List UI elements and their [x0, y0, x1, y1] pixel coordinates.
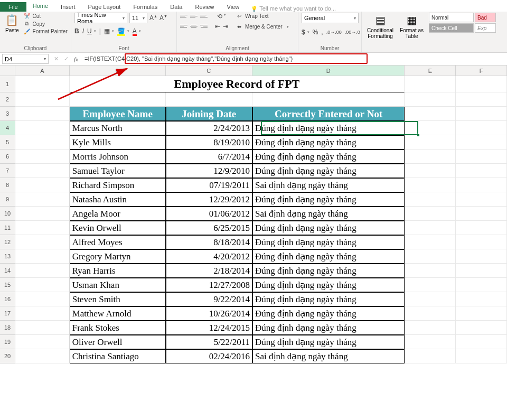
format-as-table-button[interactable]: ▦ Format as Table: [398, 13, 426, 40]
underline-button[interactable]: U: [87, 27, 92, 35]
cell-F12[interactable]: [456, 235, 507, 249]
cell-F11[interactable]: [456, 221, 507, 235]
align-top-button[interactable]: [180, 13, 187, 19]
col-header-B[interactable]: B: [70, 66, 166, 76]
tab-view[interactable]: View: [221, 2, 246, 12]
table-cell-status[interactable]: Đúng định dạng ngày tháng: [252, 221, 405, 235]
cell-E17[interactable]: [405, 306, 456, 321]
cell-E2[interactable]: [405, 92, 456, 107]
row-header-19[interactable]: 19: [0, 335, 15, 349]
cell-F8[interactable]: [456, 178, 507, 192]
paste-button[interactable]: 📋 Paste: [3, 13, 21, 34]
cell-E6[interactable]: [405, 150, 456, 164]
cell-F9[interactable]: [456, 192, 507, 207]
cell-F20[interactable]: [456, 349, 507, 363]
row-header-7[interactable]: 7: [0, 164, 15, 178]
border-button[interactable]: ▦: [104, 27, 110, 35]
row-header-14[interactable]: 14: [0, 264, 15, 278]
cell-E8[interactable]: [405, 178, 456, 192]
cell-F2[interactable]: [456, 92, 507, 107]
table-cell-status[interactable]: Đúng định dạng ngày tháng: [252, 121, 405, 135]
cell-F5[interactable]: [456, 135, 507, 150]
comma-format-button[interactable]: ,: [321, 29, 323, 36]
table-cell-status[interactable]: Đúng định dạng ngày tháng: [252, 292, 405, 306]
cell-A13[interactable]: [15, 249, 70, 264]
decrease-decimal-button[interactable]: .00→.0: [345, 30, 360, 35]
table-cell-name[interactable]: Morris Johnson: [70, 150, 166, 164]
percent-format-button[interactable]: %: [313, 29, 318, 36]
fill-color-button[interactable]: 🪣: [117, 27, 125, 35]
table-cell-name[interactable]: Angela Moor: [70, 207, 166, 221]
col-header-A[interactable]: A: [15, 66, 70, 76]
tab-page-layout[interactable]: Page Layout: [82, 2, 127, 12]
cell-A10[interactable]: [15, 207, 70, 221]
row-header-18[interactable]: 18: [0, 321, 15, 335]
table-header-name[interactable]: Employee Name: [70, 107, 166, 121]
table-cell-name[interactable]: Kyle Mills: [70, 135, 166, 150]
table-cell-date[interactable]: 8/19/2010: [166, 135, 253, 150]
cell-E1[interactable]: [405, 76, 456, 92]
cell-styles-gallery[interactable]: Normal Bad Check Cell Exp: [429, 13, 496, 33]
table-cell-status[interactable]: Đúng định dạng ngày tháng: [252, 164, 405, 178]
copy-button[interactable]: ⧉Copy: [23, 20, 68, 27]
row-header-3[interactable]: 3: [0, 107, 15, 121]
table-cell-date[interactable]: 4/20/2012: [166, 249, 253, 264]
table-cell-name[interactable]: Natasha Austin: [70, 192, 166, 207]
table-cell-name[interactable]: Kevin Orwell: [70, 221, 166, 235]
select-all-corner[interactable]: [0, 66, 15, 76]
table-cell-status[interactable]: Đúng định dạng ngày tháng: [252, 335, 405, 349]
cell-A19[interactable]: [15, 335, 70, 349]
table-cell-status[interactable]: Đúng định dạng ngày tháng: [252, 306, 405, 321]
name-box[interactable]: D4▾: [2, 54, 49, 64]
table-cell-name[interactable]: Christina Santiago: [70, 349, 166, 363]
increase-font-button[interactable]: A▲: [149, 14, 157, 22]
tab-data[interactable]: Data: [164, 2, 189, 12]
table-cell-date[interactable]: 12/29/2012: [166, 192, 253, 207]
align-right-button[interactable]: [200, 23, 208, 29]
tell-me-search[interactable]: Tell me what you want to do...: [251, 5, 336, 12]
table-cell-date[interactable]: 01/06/2012: [166, 207, 253, 221]
number-format-combo[interactable]: General▾: [302, 13, 359, 23]
table-cell-status[interactable]: Đúng định dạng ngày tháng: [252, 249, 405, 264]
table-header-date[interactable]: Joining Date: [166, 107, 253, 121]
cell-A12[interactable]: [15, 235, 70, 249]
cell-A16[interactable]: [15, 292, 70, 306]
row-header-15[interactable]: 15: [0, 278, 15, 292]
table-cell-status[interactable]: Sai định dạng ngày tháng: [252, 178, 405, 192]
table-cell-date[interactable]: 9/22/2014: [166, 292, 253, 306]
cell-A3[interactable]: [15, 107, 70, 121]
cell-E7[interactable]: [405, 164, 456, 178]
cell-A9[interactable]: [15, 192, 70, 207]
decrease-font-button[interactable]: A▼: [159, 14, 167, 22]
cell-F13[interactable]: [456, 249, 507, 264]
increase-indent-button[interactable]: ⇥: [223, 23, 228, 30]
style-check-cell[interactable]: Check Cell: [429, 23, 474, 33]
row-header-10[interactable]: 10: [0, 207, 15, 221]
table-cell-name[interactable]: Usman Khan: [70, 278, 166, 292]
cell-B2[interactable]: [70, 92, 166, 107]
cell-A15[interactable]: [15, 278, 70, 292]
cell-F17[interactable]: [456, 306, 507, 321]
cell-F14[interactable]: [456, 264, 507, 278]
table-cell-date[interactable]: 10/26/2014: [166, 306, 253, 321]
table-cell-name[interactable]: Ryan Harris: [70, 264, 166, 278]
row-header-16[interactable]: 16: [0, 292, 15, 306]
row-header-20[interactable]: 20: [0, 349, 15, 363]
cell-E16[interactable]: [405, 292, 456, 306]
table-cell-status[interactable]: Sai định dạng ngày tháng: [252, 207, 405, 221]
table-cell-date[interactable]: 12/24/2015: [166, 321, 253, 335]
tab-home[interactable]: Home: [26, 1, 54, 12]
italic-button[interactable]: I: [82, 27, 84, 35]
table-cell-date[interactable]: 6/25/2015: [166, 221, 253, 235]
table-cell-status[interactable]: Đúng định dạng ngày tháng: [252, 321, 405, 335]
table-cell-status[interactable]: Đúng định dạng ngày tháng: [252, 192, 405, 207]
insert-function-button[interactable]: fx: [74, 56, 78, 62]
table-cell-name[interactable]: Frank Stokes: [70, 321, 166, 335]
style-explanatory[interactable]: Exp: [475, 23, 496, 33]
table-cell-name[interactable]: Richard Simpson: [70, 178, 166, 192]
cell-F4[interactable]: [456, 121, 507, 135]
table-cell-date[interactable]: 2/24/2013: [166, 121, 253, 135]
decrease-indent-button[interactable]: ⇤: [215, 23, 220, 30]
table-cell-date[interactable]: 07/19/2011: [166, 178, 253, 192]
col-header-C[interactable]: C: [166, 66, 253, 76]
